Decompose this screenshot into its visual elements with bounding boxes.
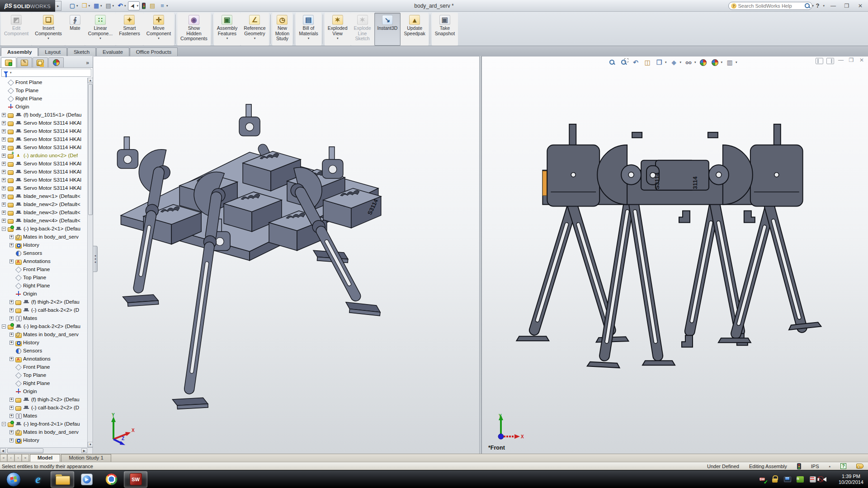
search-dropdown-icon[interactable]: ▾ — [812, 4, 814, 8]
tree-item[interactable]: +blade_new<1> (Default< — [0, 192, 93, 200]
taskbar-chrome-button[interactable] — [99, 471, 123, 488]
undo-button[interactable]: ▾ — [116, 2, 127, 10]
viewport-isometric[interactable]: S3114 Y — [94, 56, 479, 454]
tree-item[interactable]: Right Plane — [0, 379, 93, 387]
display-style-icon[interactable] — [670, 58, 679, 66]
tab-scroll-icon[interactable]: « — [0, 454, 7, 462]
expand-toggle-icon[interactable]: + — [2, 178, 6, 182]
dropdown-caret-icon[interactable]: ▾ — [680, 61, 682, 64]
dropdown-caret-icon[interactable]: ▾ — [694, 61, 696, 64]
instant3d-button[interactable]: ↘Instant3D — [374, 13, 401, 46]
taskbar-start-button[interactable] — [2, 471, 25, 488]
expand-toggle-icon[interactable]: + — [9, 243, 14, 247]
expand-toggle-icon[interactable]: + — [9, 414, 14, 418]
print-button[interactable]: ▾ — [104, 2, 115, 10]
taskbar-media-player-button[interactable]: ▶ — [75, 471, 99, 488]
tree-vertical-scrollbar[interactable]: ▲ ▼ — [87, 78, 93, 447]
scroll-left-icon[interactable]: ◀ — [0, 448, 6, 453]
tree-item[interactable]: +Servo Motor S3114 HKAI — [0, 184, 93, 192]
tab-featuremanager-tree[interactable] — [1, 57, 16, 67]
apply-scene-icon[interactable] — [711, 58, 720, 66]
tree-item[interactable]: +Mates in body_ard_serv — [0, 330, 93, 338]
search-input[interactable] — [738, 3, 802, 9]
expand-toggle-icon[interactable]: + — [2, 129, 6, 133]
tree-item[interactable]: Front Plane — [0, 363, 93, 371]
tree-filter-bar[interactable]: ▾ — [1, 69, 91, 77]
dropdown-caret-icon[interactable]: ▾ — [99, 37, 101, 40]
edit-component-button[interactable]: ◩EditComponent — [1, 13, 32, 46]
tree-item[interactable]: +History — [0, 436, 93, 444]
expand-toggle-icon[interactable]: + — [9, 341, 14, 345]
dropdown-caret-icon[interactable]: ▾ — [76, 4, 78, 8]
solidworks-status-icon[interactable]: SW — [758, 475, 766, 483]
new-document-button[interactable]: ▾ — [68, 2, 79, 10]
select-button[interactable]: ▾ — [128, 1, 140, 10]
minimize-document-button[interactable]: — — [837, 58, 844, 64]
tree-item[interactable]: +Mates — [0, 412, 93, 420]
tab-model[interactable]: Model — [30, 454, 60, 462]
previous-view-icon[interactable] — [631, 58, 640, 66]
tree-item[interactable]: +Annotations — [0, 355, 93, 363]
assembly-features-button[interactable]: ▣AssemblyFeatures▾ — [214, 13, 241, 46]
search-box[interactable]: ? ▾ — [728, 2, 812, 10]
taskbar-clock[interactable]: 1:39 PM 10/20/2014 — [834, 474, 868, 485]
tab-scroll-icon[interactable]: › — [14, 454, 22, 462]
expand-toggle-icon[interactable]: + — [2, 186, 6, 190]
filter-dropdown-icon[interactable]: ▾ — [10, 71, 12, 75]
tree-item[interactable]: +Servo Motor S3114 HKAI — [0, 135, 93, 143]
tree-item[interactable]: +Servo Motor S3114 HKAI — [0, 176, 93, 184]
taskbar-windows-explorer-button[interactable] — [51, 471, 74, 488]
tree-item[interactable]: +(f) thigh-2<2> (Defau — [0, 395, 93, 404]
expand-toggle-icon[interactable]: + — [9, 357, 14, 361]
expand-toggle-icon[interactable]: + — [9, 430, 14, 434]
tree-item[interactable]: +blade_new<4> (Default< — [0, 216, 93, 225]
update-speedpak-button[interactable]: ▲UpdateSpeedpak — [401, 13, 428, 46]
expand-toggle-icon[interactable]: + — [9, 406, 14, 410]
dropdown-caret-icon[interactable]: ▾ — [337, 37, 339, 40]
insert-components-button[interactable]: ❏InsertComponents▾ — [32, 13, 65, 46]
view-orientation-icon[interactable] — [655, 58, 664, 66]
expand-toggle-icon[interactable]: − — [2, 324, 6, 328]
help-button[interactable]: ? — [816, 2, 820, 9]
bill-of-materials-button[interactable]: ▤Bill ofMaterials▾ — [296, 13, 321, 46]
expand-toggle-icon[interactable]: + — [9, 398, 14, 402]
taskbar-internet-explorer-button[interactable]: e — [26, 471, 50, 488]
tab-displaymanager[interactable] — [48, 57, 64, 67]
tab-configurationmanager[interactable] — [33, 57, 48, 67]
expand-toggle-icon[interactable]: + — [2, 113, 6, 117]
expand-toggle-icon[interactable]: + — [2, 121, 6, 125]
new-motion-study-button[interactable]: ◷NewMotionStudy — [272, 13, 293, 46]
expand-toggle-icon[interactable]: + — [9, 438, 14, 442]
minimize-button[interactable]: — — [828, 3, 838, 9]
tree-item[interactable]: +blade_new<2> (Default< — [0, 200, 93, 208]
tree-item[interactable]: +(f) thigh-2<2> (Defau — [0, 298, 93, 306]
tree-item[interactable]: +(-) arduino uno<2> (Def — [0, 151, 93, 160]
tree-item[interactable]: +Servo Motor S3114 HKAI — [0, 119, 93, 127]
display-icon[interactable] — [783, 475, 792, 483]
linear-component-pattern-button[interactable]: ∷LinearCompone...▾ — [85, 13, 116, 46]
expand-toggle-icon[interactable]: + — [2, 219, 6, 223]
expand-toggle-icon[interactable]: + — [2, 137, 6, 141]
dropdown-caret-icon[interactable]: ▾ — [124, 4, 126, 8]
tree-item[interactable]: Right Plane — [0, 282, 93, 290]
expand-toggle-icon[interactable]: − — [2, 227, 6, 231]
expand-toggle-icon[interactable]: + — [2, 211, 6, 215]
exploded-view-button[interactable]: ✶ExplodedView▾ — [325, 13, 351, 46]
expand-toggle-icon[interactable]: + — [2, 170, 6, 174]
tab-layout[interactable]: Layout — [38, 47, 67, 56]
storage-icon[interactable] — [809, 475, 817, 483]
tree-item[interactable]: −(-) leg-front-2<1> (Defau — [0, 420, 93, 428]
dropdown-caret-icon[interactable]: ▾ — [158, 37, 160, 40]
tree-item[interactable]: Sensors — [0, 249, 93, 257]
scroll-down-icon[interactable]: ▼ — [88, 442, 93, 447]
help-dropdown-icon[interactable]: ▾ — [823, 4, 825, 8]
expand-toggle-icon[interactable]: + — [2, 202, 6, 206]
tab-office-products[interactable]: Office Products — [130, 47, 178, 56]
take-snapshot-button[interactable]: ▣TakeSnapshot — [432, 13, 458, 46]
volume-muted-icon[interactable] — [821, 475, 830, 483]
tree-item[interactable]: +Servo Motor S3114 HKAI — [0, 127, 93, 135]
unit-system[interactable]: IPS — [811, 464, 819, 469]
tree-horizontal-scrollbar[interactable]: ◀ ▶ — [0, 447, 93, 454]
section-view-icon[interactable] — [643, 58, 652, 66]
tag-icon[interactable] — [856, 464, 863, 469]
